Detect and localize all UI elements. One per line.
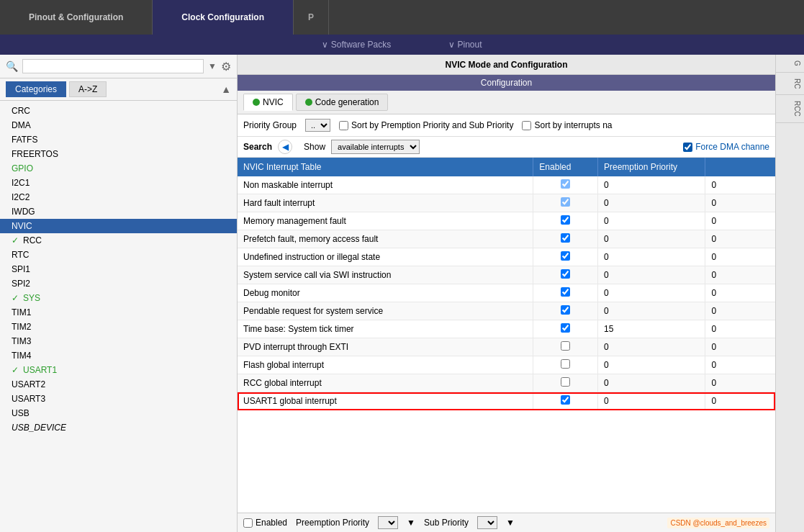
force-dma-checkbox[interactable] — [683, 143, 692, 152]
sub-nav-pinout[interactable]: ∨ Pinout — [448, 40, 482, 50]
right-panel-item-g[interactable]: G — [776, 55, 804, 73]
bottom-preemption-label: Preemption Priority — [296, 518, 369, 528]
search-icon: 🔍 — [6, 60, 18, 72]
enabled-cell[interactable] — [533, 374, 598, 392]
sidebar-item-usart2[interactable]: USART2 — [0, 377, 237, 392]
table-row[interactable]: Non maskable interrupt00 — [238, 176, 775, 194]
sidebar-item-usart1[interactable]: USART1 — [0, 363, 237, 377]
sidebar-tab-categories[interactable]: Categories — [6, 81, 66, 97]
enabled-checkbox[interactable] — [561, 215, 570, 225]
sidebar-item-tim4[interactable]: TIM4 — [0, 348, 237, 363]
table-row[interactable]: System service call via SWI instruction0… — [238, 266, 775, 284]
sidebar-item-i2c1[interactable]: I2C1 — [0, 176, 237, 190]
table-row[interactable]: Memory management fault00 — [238, 212, 775, 230]
enabled-cell[interactable] — [533, 338, 598, 356]
sidebar-item-dma[interactable]: DMA — [0, 118, 237, 132]
enabled-cell[interactable] — [533, 356, 598, 374]
enabled-cell[interactable] — [533, 248, 598, 266]
sidebar-item-usart3[interactable]: USART3 — [0, 392, 237, 406]
interrupt-name-cell: System service call via SWI instruction — [238, 266, 533, 284]
tab-code-gen[interactable]: Code generation — [296, 94, 389, 111]
enabled-checkbox[interactable] — [561, 179, 570, 189]
sidebar-item-iwdg[interactable]: IWDG — [0, 204, 237, 219]
nvic-dot-icon — [253, 99, 260, 106]
priority-group-select[interactable]: .. — [305, 119, 330, 132]
enabled-checkbox[interactable] — [561, 377, 570, 387]
sidebar-item-gpio[interactable]: GPIO — [0, 161, 237, 176]
enabled-cell[interactable] — [533, 284, 598, 302]
enabled-checkbox[interactable] — [561, 269, 570, 279]
sidebar-item-tim3[interactable]: TIM3 — [0, 334, 237, 348]
sidebar-item-tim2[interactable]: TIM2 — [0, 320, 237, 334]
sidebar-item-crc[interactable]: CRC — [0, 104, 237, 118]
sidebar-item-i2c2[interactable]: I2C2 — [0, 190, 237, 204]
sidebar-item-sys[interactable]: SYS — [0, 291, 237, 305]
config-tabs: NVIC Code generation — [238, 91, 775, 114]
tab-nvic[interactable]: NVIC — [243, 94, 293, 111]
sort-arrow-icon[interactable]: ▲ — [221, 84, 231, 95]
sidebar-search-input[interactable] — [22, 59, 204, 73]
enabled-checkbox[interactable] — [561, 251, 570, 261]
sub-nav-pinout-label: ∨ Pinout — [448, 40, 482, 50]
sub-priority-cell: 0 — [705, 302, 775, 320]
sidebar-item-rtc[interactable]: RTC — [0, 248, 237, 262]
enabled-cell[interactable] — [533, 230, 598, 248]
sidebar-item-freertos[interactable]: FREERTOS — [0, 147, 237, 161]
enabled-checkbox[interactable] — [561, 233, 570, 243]
sidebar-item-rcc[interactable]: RCC — [0, 233, 237, 248]
enabled-cell[interactable] — [533, 302, 598, 320]
table-row[interactable]: PVD interrupt through EXTI00 — [238, 338, 775, 356]
sidebar-tab-az[interactable]: A->Z — [69, 81, 107, 97]
table-row[interactable]: Time base: System tick timer150 — [238, 320, 775, 338]
bottom-enabled-text: Enabled — [256, 518, 287, 528]
enabled-checkbox[interactable] — [561, 197, 570, 207]
sidebar-item-usb[interactable]: USB — [0, 406, 237, 420]
table-row[interactable]: Debug monitor00 — [238, 284, 775, 302]
show-text: Show — [304, 142, 325, 152]
right-panel-item-rcc[interactable]: RCC — [776, 95, 804, 123]
bottom-enabled-checkbox[interactable] — [243, 518, 253, 528]
enabled-checkbox[interactable] — [561, 287, 570, 297]
enabled-cell[interactable] — [533, 266, 598, 284]
right-panel-item-rc[interactable]: RC — [776, 73, 804, 95]
enabled-cell[interactable] — [533, 392, 598, 410]
tab-pinout[interactable]: Pinout & Configuration — [0, 0, 153, 35]
sidebar-item-fatfs[interactable]: FATFS — [0, 132, 237, 147]
table-row[interactable]: Pendable request for system service00 — [238, 302, 775, 320]
sub-nav-software-packs[interactable]: ∨ Software Packs — [322, 40, 391, 50]
table-row[interactable]: Prefetch fault, memory access fault00 — [238, 230, 775, 248]
gear-icon[interactable]: ⚙ — [221, 60, 231, 73]
dropdown-icon[interactable]: ▼ — [208, 61, 217, 71]
sidebar-item-spi2[interactable]: SPI2 — [0, 276, 237, 291]
enabled-cell[interactable] — [533, 194, 598, 212]
search-back-button[interactable]: ◀ — [278, 140, 292, 154]
tab-clock[interactable]: Clock Configuration — [153, 0, 294, 35]
table-row[interactable]: USART1 global interrupt00 — [238, 392, 775, 410]
sort-preemption-checkbox[interactable] — [339, 121, 348, 130]
table-row[interactable]: Hard fault interrupt00 — [238, 194, 775, 212]
sidebar-item-tim1[interactable]: TIM1 — [0, 305, 237, 320]
show-select[interactable]: available interrupts — [331, 140, 420, 154]
sub-priority-cell: 0 — [705, 230, 775, 248]
table-row[interactable]: Flash global interrupt00 — [238, 356, 775, 374]
sort-interrupts-checkbox[interactable] — [522, 121, 531, 130]
sidebar-item-usb_device[interactable]: USB_DEVICE — [0, 420, 237, 435]
table-row[interactable]: RCC global interrupt00 — [238, 374, 775, 392]
enabled-cell[interactable] — [533, 176, 598, 194]
table-row[interactable]: Undefined instruction or illegal state00 — [238, 248, 775, 266]
bottom-subpriority-select[interactable] — [477, 516, 497, 529]
sidebar-item-spi1[interactable]: SPI1 — [0, 262, 237, 276]
enabled-checkbox[interactable] — [561, 395, 570, 405]
tab-partial[interactable]: P — [294, 0, 329, 35]
sort-preemption-text: Sort by Premption Priority and Sub Prior… — [351, 120, 513, 130]
bottom-preemption-select[interactable] — [378, 516, 398, 529]
enabled-checkbox[interactable] — [561, 323, 570, 333]
enabled-cell[interactable] — [533, 320, 598, 338]
enabled-checkbox[interactable] — [561, 359, 570, 369]
enabled-cell[interactable] — [533, 212, 598, 230]
sub-priority-cell: 0 — [705, 356, 775, 374]
sidebar-item-nvic[interactable]: NVIC — [0, 219, 237, 233]
enabled-checkbox[interactable] — [561, 341, 570, 351]
enabled-checkbox[interactable] — [561, 305, 570, 315]
right-panel: G RC RCC — [775, 55, 804, 532]
